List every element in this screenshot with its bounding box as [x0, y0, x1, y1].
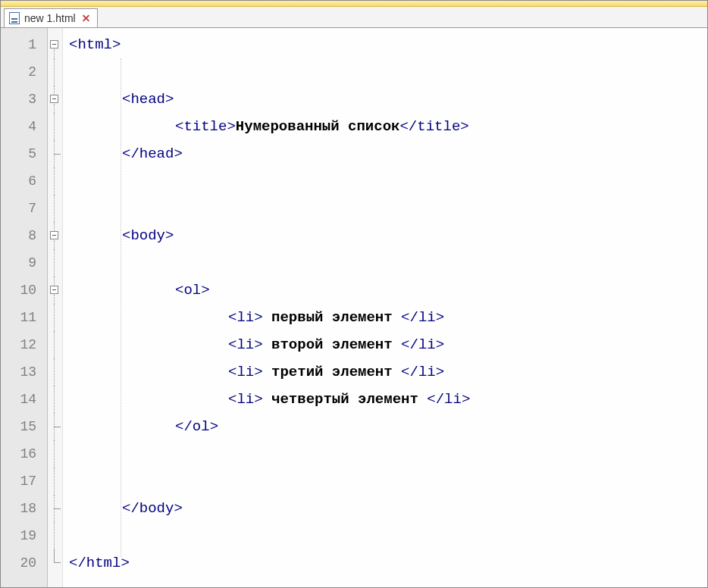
fold-slot [48, 304, 62, 331]
fold-slot [48, 86, 62, 113]
code-area[interactable]: <html><head><title>Нумерованный список</… [63, 28, 707, 587]
line-number: 8 [1, 222, 47, 249]
code-line[interactable] [63, 249, 707, 277]
code-tag: > [436, 309, 444, 326]
code-tag: > [174, 500, 182, 517]
fold-slot [48, 468, 62, 495]
code-tag: html [86, 555, 121, 571]
code-tag: < [228, 364, 237, 380]
fold-slot [48, 249, 62, 277]
fold-toggle-icon[interactable] [50, 40, 58, 48]
code-tag: li [418, 364, 436, 380]
code-tag: </ [175, 418, 193, 435]
code-line[interactable]: <body> [63, 222, 707, 249]
code-tag: > [460, 118, 468, 135]
code-tag: > [112, 36, 121, 53]
code-text: третий элемент [263, 364, 401, 380]
line-number: 12 [1, 331, 47, 358]
line-number: 7 [1, 195, 47, 222]
code-line[interactable]: <head> [63, 86, 707, 113]
code-tag: li [418, 336, 436, 353]
code-tag: html [77, 36, 112, 53]
file-tab[interactable]: new 1.html [4, 8, 98, 27]
fold-slot [48, 386, 62, 413]
code-line[interactable]: <title>Нумерованный список</title> [63, 113, 707, 140]
line-number: 20 [1, 549, 47, 577]
code-tag: > [254, 309, 262, 326]
code-tag: > [165, 227, 174, 244]
code-tag: body [139, 500, 174, 517]
editor-window: new 1.html 12345678910111213141516171819… [0, 0, 708, 588]
code-tag: > [165, 91, 174, 108]
fold-toggle-icon[interactable] [50, 286, 58, 294]
code-tag: < [122, 227, 130, 244]
code-tag: < [228, 336, 237, 353]
code-tag: </ [122, 145, 139, 162]
line-number: 4 [1, 113, 47, 140]
code-tag: > [254, 391, 262, 408]
code-tag: > [121, 555, 129, 571]
line-number-gutter: 1234567891011121314151617181920 [1, 28, 48, 587]
code-tag: > [462, 391, 470, 408]
line-number: 9 [1, 249, 47, 277]
code-tag: > [254, 336, 262, 353]
line-number: 6 [1, 167, 47, 195]
line-number: 5 [1, 140, 47, 167]
code-tag: > [254, 364, 262, 380]
code-tag: li [444, 391, 462, 408]
code-tag: </ [401, 336, 418, 353]
fold-slot [48, 522, 62, 549]
code-line[interactable]: <li> первый элемент </li> [63, 304, 707, 331]
close-icon[interactable] [80, 13, 91, 23]
code-tag: </ [401, 364, 418, 380]
code-line[interactable] [63, 468, 707, 495]
indent-guide [121, 58, 121, 557]
line-number: 18 [1, 495, 47, 522]
fold-toggle-icon[interactable] [50, 95, 58, 103]
fold-slot [48, 113, 62, 140]
code-line[interactable]: </ol> [63, 413, 707, 440]
line-number: 19 [1, 522, 47, 549]
code-tag: ol [183, 282, 201, 299]
code-line[interactable] [63, 440, 707, 468]
code-line[interactable] [63, 195, 707, 222]
fold-slot [48, 277, 62, 304]
code-tag: li [237, 364, 254, 380]
line-number: 15 [1, 413, 47, 440]
code-text: четвертый элемент [263, 391, 428, 408]
code-tag: < [175, 118, 183, 135]
code-line[interactable]: <li> четвертый элемент </li> [63, 386, 707, 413]
code-tag: < [175, 282, 183, 299]
code-tag: > [436, 364, 444, 380]
code-text: второй элемент [263, 336, 401, 353]
fold-slot [48, 549, 62, 577]
code-line[interactable]: </head> [63, 140, 707, 167]
code-tag: > [227, 118, 235, 135]
code-tag: < [69, 36, 77, 53]
fold-toggle-icon[interactable] [50, 231, 58, 239]
code-tag: body [130, 227, 165, 244]
fold-slot [48, 31, 62, 58]
line-number: 1 [1, 31, 47, 58]
code-tag: </ [122, 500, 139, 517]
code-line[interactable]: <ol> [63, 277, 707, 304]
code-tag: title [183, 118, 227, 135]
line-number: 3 [1, 86, 47, 113]
code-line[interactable]: </body> [63, 495, 707, 522]
line-number: 11 [1, 304, 47, 331]
code-line[interactable] [63, 58, 707, 86]
fold-slot [48, 440, 62, 468]
line-number: 17 [1, 468, 47, 495]
code-line[interactable]: </html> [63, 549, 707, 577]
code-line[interactable]: <li> третий элемент </li> [63, 358, 707, 386]
code-line[interactable] [63, 167, 707, 195]
line-number: 10 [1, 277, 47, 304]
fold-slot [48, 58, 62, 86]
code-line[interactable] [63, 522, 707, 549]
code-editor[interactable]: 1234567891011121314151617181920 <html><h… [1, 28, 707, 587]
code-tag: li [237, 336, 254, 353]
code-tag: ol [193, 418, 210, 435]
code-line[interactable]: <li> второй элемент </li> [63, 331, 707, 358]
code-line[interactable]: <html> [63, 31, 707, 58]
fold-column [48, 28, 63, 587]
